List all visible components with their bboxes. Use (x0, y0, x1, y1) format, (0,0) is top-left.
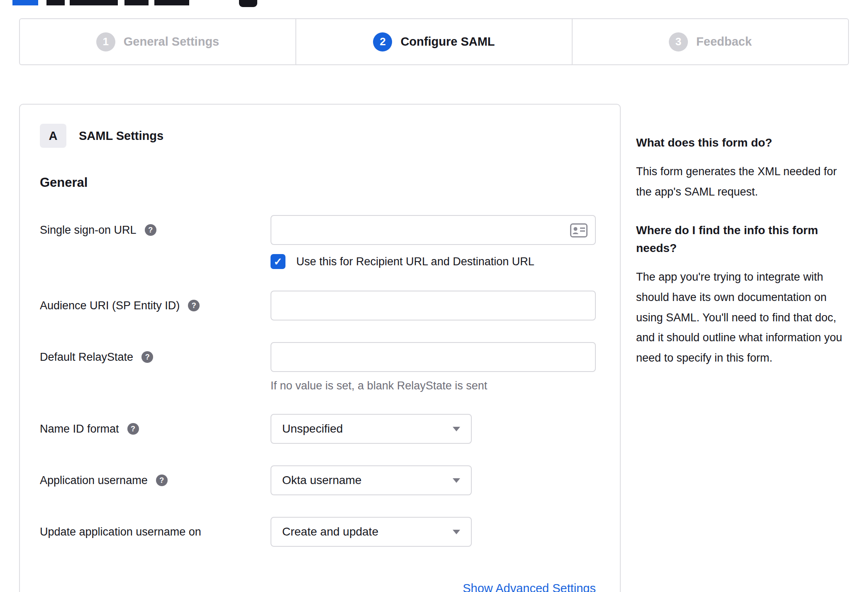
sso-url-input[interactable] (271, 215, 596, 245)
step-general-settings[interactable]: 1 General Settings (20, 19, 295, 64)
caret-down-icon (453, 530, 460, 534)
update-app-username-row: Update application username on Create an… (40, 517, 600, 547)
audience-uri-row: Audience URI (SP Entity ID) ? (40, 291, 600, 320)
sso-url-row: Single sign-on URL ? (40, 215, 600, 269)
update-app-username-select[interactable]: Create and update (271, 517, 472, 547)
clipped-header-fragment (154, 0, 189, 5)
help-icon[interactable]: ? (127, 423, 139, 435)
relay-state-label: Default RelayState (40, 351, 133, 364)
clipped-header-fragment (46, 0, 65, 5)
wizard-stepper: 1 General Settings 2 Configure SAML 3 Fe… (19, 18, 849, 65)
help-icon[interactable]: ? (141, 351, 153, 363)
step-feedback[interactable]: 3 Feedback (572, 19, 848, 64)
update-app-username-value: Create and update (282, 525, 378, 538)
audience-uri-label: Audience URI (SP Entity ID) (40, 299, 180, 312)
name-id-format-select[interactable]: Unspecified (271, 414, 472, 444)
step-label: Configure SAML (400, 35, 495, 49)
use-for-recipient-checkbox[interactable]: ✓ (271, 254, 285, 269)
name-id-format-label: Name ID format (40, 423, 119, 435)
checkmark-icon: ✓ (274, 257, 283, 267)
section-title: SAML Settings (79, 129, 163, 143)
section-badge: A (40, 124, 66, 148)
name-id-format-row: Name ID format ? Unspecified (40, 414, 600, 444)
clipped-header-fragment (70, 0, 118, 5)
sso-url-label: Single sign-on URL (40, 224, 137, 237)
step-number-badge: 3 (669, 32, 688, 51)
relay-state-row: Default RelayState ? If no value is set,… (40, 342, 600, 392)
caret-down-icon (453, 478, 460, 483)
caret-down-icon (453, 427, 460, 431)
step-label: General Settings (124, 35, 219, 49)
app-username-label: Application username (40, 474, 148, 487)
contact-card-icon (570, 223, 588, 237)
step-number-badge: 2 (373, 32, 392, 51)
sidebar-paragraph: The app you're trying to integrate with … (636, 267, 850, 368)
app-username-value: Okta username (282, 474, 361, 487)
section-header: A SAML Settings (40, 124, 600, 148)
step-label: Feedback (696, 35, 752, 49)
help-icon[interactable]: ? (188, 300, 200, 311)
saml-settings-card: A SAML Settings General Single sign-on U… (19, 104, 621, 592)
configure-saml-page: 1 General Settings 2 Configure SAML 3 Fe… (0, 0, 868, 592)
help-icon[interactable]: ? (145, 224, 156, 236)
name-id-format-value: Unspecified (282, 422, 343, 435)
step-configure-saml[interactable]: 2 Configure SAML (295, 19, 572, 64)
sidebar-paragraph: This form generates the XML needed for t… (636, 161, 850, 202)
help-icon[interactable]: ? (156, 475, 168, 486)
audience-uri-input[interactable] (271, 291, 596, 320)
sidebar-heading: Where do I find the info this form needs… (636, 221, 850, 257)
relay-state-input[interactable] (271, 342, 596, 372)
show-advanced-settings-link[interactable]: Show Advanced Settings (463, 582, 596, 592)
use-for-recipient-label: Use this for Recipient URL and Destinati… (296, 255, 534, 268)
saml-form: Single sign-on URL ? (40, 215, 600, 547)
help-sidebar: What does this form do? This form genera… (636, 134, 850, 387)
clipped-header-fragment (239, 0, 257, 7)
app-username-row: Application username ? Okta username (40, 465, 600, 495)
clipped-header-fragment (124, 0, 149, 5)
app-username-select[interactable]: Okta username (271, 465, 472, 495)
sidebar-heading: What does this form do? (636, 134, 850, 152)
clipped-header-fragment (12, 0, 38, 5)
group-title: General (40, 175, 600, 190)
relay-state-hint: If no value is set, a blank RelayState i… (271, 379, 596, 392)
step-number-badge: 1 (96, 32, 115, 51)
update-app-username-label: Update application username on (40, 526, 201, 538)
